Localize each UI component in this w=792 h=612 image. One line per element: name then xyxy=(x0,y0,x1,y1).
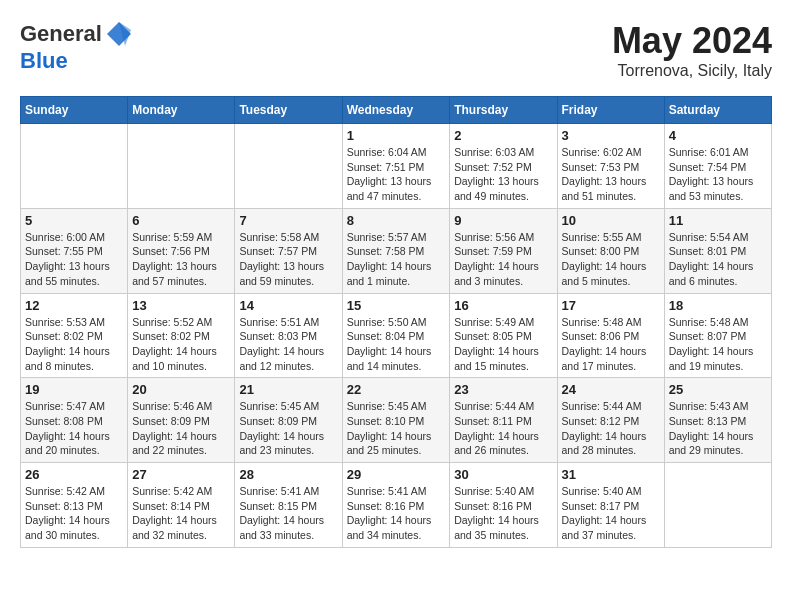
day-info: Sunrise: 5:54 AMSunset: 8:01 PMDaylight:… xyxy=(669,230,767,289)
calendar-week-row: 19Sunrise: 5:47 AMSunset: 8:08 PMDayligh… xyxy=(21,378,772,463)
calendar-table: SundayMondayTuesdayWednesdayThursdayFrid… xyxy=(20,96,772,548)
day-info: Sunrise: 5:42 AMSunset: 8:14 PMDaylight:… xyxy=(132,484,230,543)
day-number: 2 xyxy=(454,128,552,143)
calendar-cell: 30Sunrise: 5:40 AMSunset: 8:16 PMDayligh… xyxy=(450,463,557,548)
day-number: 13 xyxy=(132,298,230,313)
logo-blue-text: Blue xyxy=(20,48,133,74)
calendar-cell: 5Sunrise: 6:00 AMSunset: 7:55 PMDaylight… xyxy=(21,208,128,293)
day-info: Sunrise: 5:55 AMSunset: 8:00 PMDaylight:… xyxy=(562,230,660,289)
day-info: Sunrise: 6:01 AMSunset: 7:54 PMDaylight:… xyxy=(669,145,767,204)
calendar-cell xyxy=(21,124,128,209)
day-number: 21 xyxy=(239,382,337,397)
calendar-cell: 31Sunrise: 5:40 AMSunset: 8:17 PMDayligh… xyxy=(557,463,664,548)
day-number: 15 xyxy=(347,298,446,313)
day-info: Sunrise: 5:40 AMSunset: 8:17 PMDaylight:… xyxy=(562,484,660,543)
day-number: 28 xyxy=(239,467,337,482)
calendar-cell: 4Sunrise: 6:01 AMSunset: 7:54 PMDaylight… xyxy=(664,124,771,209)
day-info: Sunrise: 5:44 AMSunset: 8:11 PMDaylight:… xyxy=(454,399,552,458)
day-number: 20 xyxy=(132,382,230,397)
page-header: General Blue May 2024 Torrenova, Sicily,… xyxy=(20,20,772,80)
day-header-tuesday: Tuesday xyxy=(235,97,342,124)
day-number: 8 xyxy=(347,213,446,228)
day-number: 12 xyxy=(25,298,123,313)
day-header-thursday: Thursday xyxy=(450,97,557,124)
day-info: Sunrise: 5:51 AMSunset: 8:03 PMDaylight:… xyxy=(239,315,337,374)
day-header-wednesday: Wednesday xyxy=(342,97,450,124)
day-info: Sunrise: 5:48 AMSunset: 8:06 PMDaylight:… xyxy=(562,315,660,374)
calendar-cell: 8Sunrise: 5:57 AMSunset: 7:58 PMDaylight… xyxy=(342,208,450,293)
month-title: May 2024 xyxy=(612,20,772,62)
calendar-cell: 12Sunrise: 5:53 AMSunset: 8:02 PMDayligh… xyxy=(21,293,128,378)
day-info: Sunrise: 5:47 AMSunset: 8:08 PMDaylight:… xyxy=(25,399,123,458)
calendar-week-row: 1Sunrise: 6:04 AMSunset: 7:51 PMDaylight… xyxy=(21,124,772,209)
calendar-cell: 25Sunrise: 5:43 AMSunset: 8:13 PMDayligh… xyxy=(664,378,771,463)
logo-icon xyxy=(105,20,133,48)
logo-general-text: General xyxy=(20,21,102,47)
calendar-cell: 23Sunrise: 5:44 AMSunset: 8:11 PMDayligh… xyxy=(450,378,557,463)
day-info: Sunrise: 5:58 AMSunset: 7:57 PMDaylight:… xyxy=(239,230,337,289)
day-info: Sunrise: 5:57 AMSunset: 7:58 PMDaylight:… xyxy=(347,230,446,289)
day-info: Sunrise: 6:00 AMSunset: 7:55 PMDaylight:… xyxy=(25,230,123,289)
day-info: Sunrise: 5:45 AMSunset: 8:10 PMDaylight:… xyxy=(347,399,446,458)
calendar-week-row: 26Sunrise: 5:42 AMSunset: 8:13 PMDayligh… xyxy=(21,463,772,548)
calendar-cell: 21Sunrise: 5:45 AMSunset: 8:09 PMDayligh… xyxy=(235,378,342,463)
calendar-cell xyxy=(235,124,342,209)
calendar-cell xyxy=(128,124,235,209)
calendar-cell: 11Sunrise: 5:54 AMSunset: 8:01 PMDayligh… xyxy=(664,208,771,293)
calendar-cell xyxy=(664,463,771,548)
day-number: 6 xyxy=(132,213,230,228)
day-number: 22 xyxy=(347,382,446,397)
calendar-cell: 17Sunrise: 5:48 AMSunset: 8:06 PMDayligh… xyxy=(557,293,664,378)
calendar-cell: 1Sunrise: 6:04 AMSunset: 7:51 PMDaylight… xyxy=(342,124,450,209)
day-info: Sunrise: 5:50 AMSunset: 8:04 PMDaylight:… xyxy=(347,315,446,374)
day-info: Sunrise: 5:41 AMSunset: 8:16 PMDaylight:… xyxy=(347,484,446,543)
day-info: Sunrise: 6:03 AMSunset: 7:52 PMDaylight:… xyxy=(454,145,552,204)
day-number: 11 xyxy=(669,213,767,228)
day-number: 4 xyxy=(669,128,767,143)
calendar-cell: 2Sunrise: 6:03 AMSunset: 7:52 PMDaylight… xyxy=(450,124,557,209)
calendar-cell: 28Sunrise: 5:41 AMSunset: 8:15 PMDayligh… xyxy=(235,463,342,548)
day-info: Sunrise: 5:40 AMSunset: 8:16 PMDaylight:… xyxy=(454,484,552,543)
calendar-cell: 18Sunrise: 5:48 AMSunset: 8:07 PMDayligh… xyxy=(664,293,771,378)
calendar-cell: 19Sunrise: 5:47 AMSunset: 8:08 PMDayligh… xyxy=(21,378,128,463)
day-number: 23 xyxy=(454,382,552,397)
calendar-cell: 16Sunrise: 5:49 AMSunset: 8:05 PMDayligh… xyxy=(450,293,557,378)
calendar-week-row: 12Sunrise: 5:53 AMSunset: 8:02 PMDayligh… xyxy=(21,293,772,378)
day-number: 3 xyxy=(562,128,660,143)
day-number: 26 xyxy=(25,467,123,482)
location: Torrenova, Sicily, Italy xyxy=(612,62,772,80)
day-number: 25 xyxy=(669,382,767,397)
day-number: 17 xyxy=(562,298,660,313)
calendar-cell: 22Sunrise: 5:45 AMSunset: 8:10 PMDayligh… xyxy=(342,378,450,463)
day-number: 1 xyxy=(347,128,446,143)
day-number: 5 xyxy=(25,213,123,228)
day-info: Sunrise: 5:41 AMSunset: 8:15 PMDaylight:… xyxy=(239,484,337,543)
day-info: Sunrise: 5:59 AMSunset: 7:56 PMDaylight:… xyxy=(132,230,230,289)
calendar-cell: 26Sunrise: 5:42 AMSunset: 8:13 PMDayligh… xyxy=(21,463,128,548)
day-number: 10 xyxy=(562,213,660,228)
day-info: Sunrise: 5:53 AMSunset: 8:02 PMDaylight:… xyxy=(25,315,123,374)
calendar-week-row: 5Sunrise: 6:00 AMSunset: 7:55 PMDaylight… xyxy=(21,208,772,293)
calendar-cell: 24Sunrise: 5:44 AMSunset: 8:12 PMDayligh… xyxy=(557,378,664,463)
day-number: 27 xyxy=(132,467,230,482)
day-number: 29 xyxy=(347,467,446,482)
day-header-friday: Friday xyxy=(557,97,664,124)
calendar-cell: 15Sunrise: 5:50 AMSunset: 8:04 PMDayligh… xyxy=(342,293,450,378)
title-block: May 2024 Torrenova, Sicily, Italy xyxy=(612,20,772,80)
day-info: Sunrise: 5:56 AMSunset: 7:59 PMDaylight:… xyxy=(454,230,552,289)
calendar-cell: 29Sunrise: 5:41 AMSunset: 8:16 PMDayligh… xyxy=(342,463,450,548)
day-info: Sunrise: 5:48 AMSunset: 8:07 PMDaylight:… xyxy=(669,315,767,374)
day-number: 9 xyxy=(454,213,552,228)
calendar-cell: 27Sunrise: 5:42 AMSunset: 8:14 PMDayligh… xyxy=(128,463,235,548)
day-info: Sunrise: 5:44 AMSunset: 8:12 PMDaylight:… xyxy=(562,399,660,458)
calendar-cell: 6Sunrise: 5:59 AMSunset: 7:56 PMDaylight… xyxy=(128,208,235,293)
day-info: Sunrise: 5:42 AMSunset: 8:13 PMDaylight:… xyxy=(25,484,123,543)
day-number: 31 xyxy=(562,467,660,482)
day-info: Sunrise: 6:04 AMSunset: 7:51 PMDaylight:… xyxy=(347,145,446,204)
day-info: Sunrise: 5:46 AMSunset: 8:09 PMDaylight:… xyxy=(132,399,230,458)
calendar-cell: 20Sunrise: 5:46 AMSunset: 8:09 PMDayligh… xyxy=(128,378,235,463)
logo: General Blue xyxy=(20,20,133,74)
day-info: Sunrise: 5:45 AMSunset: 8:09 PMDaylight:… xyxy=(239,399,337,458)
calendar-cell: 14Sunrise: 5:51 AMSunset: 8:03 PMDayligh… xyxy=(235,293,342,378)
day-number: 18 xyxy=(669,298,767,313)
